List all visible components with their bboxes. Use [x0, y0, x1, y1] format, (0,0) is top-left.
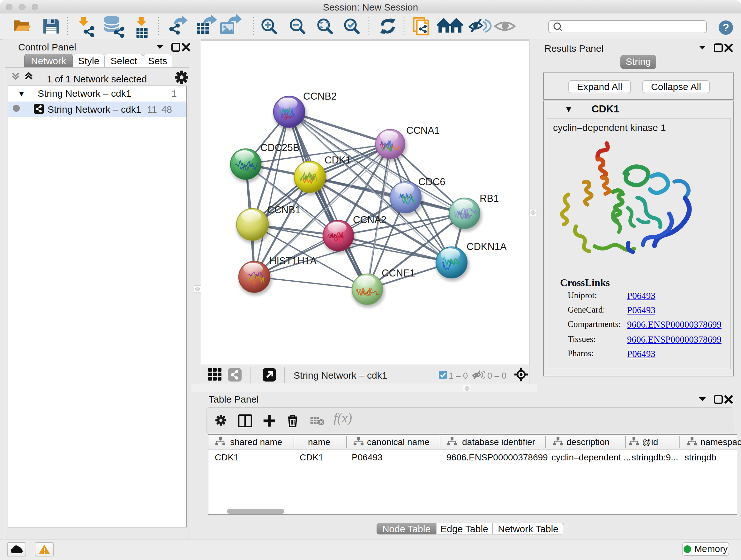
svg-text:CCNA2: CCNA2 [353, 214, 387, 226]
svg-text:CDC25B: CDC25B [260, 142, 299, 153]
svg-text:CDKN1A: CDKN1A [467, 241, 507, 252]
svg-text:CDC6: CDC6 [418, 176, 445, 187]
svg-text:RB1: RB1 [480, 193, 499, 204]
svg-text:CDK1: CDK1 [325, 154, 351, 166]
svg-text:CCNB2: CCNB2 [303, 91, 337, 102]
svg-text:CCNE1: CCNE1 [382, 267, 415, 279]
svg-text:CCNA1: CCNA1 [406, 125, 440, 136]
svg-text:CCNB1: CCNB1 [267, 204, 300, 215]
svg-text:HIST1H1A: HIST1H1A [269, 255, 317, 266]
